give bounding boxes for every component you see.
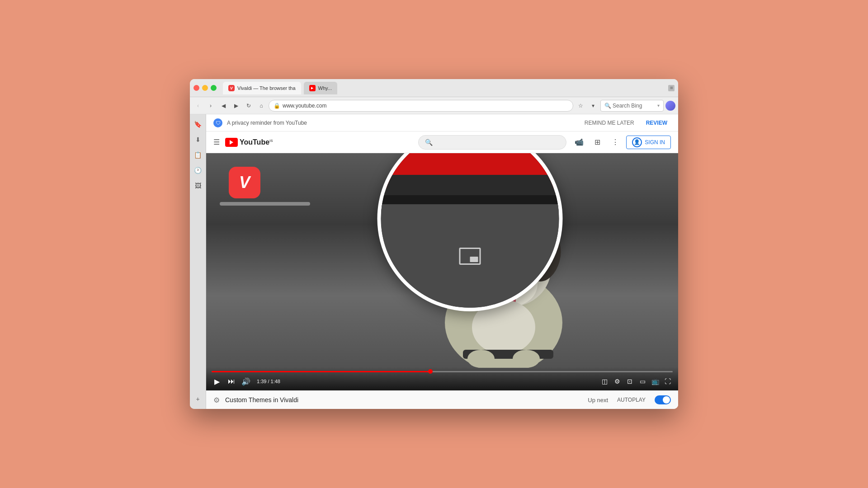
sign-in-button[interactable]: 👤 SIGN IN xyxy=(626,136,671,149)
video-controls: ▶ ⏭ 🔊 1:39 / 1:48 ◫ xyxy=(206,367,678,390)
miniplayer-button[interactable]: ⊡ xyxy=(625,376,635,386)
browser-window: V Vivaldi — The browser tha ▶ Why... ⊞ ‹… xyxy=(190,79,678,409)
svg-point-13 xyxy=(513,350,540,368)
yt-apps-icon[interactable]: ⊞ xyxy=(590,135,604,150)
bookmark-button[interactable]: ☆ xyxy=(575,100,586,111)
download-icon: ⬇ xyxy=(195,136,201,143)
window-icon: ⊞ xyxy=(670,86,673,90)
more-dots-icon: ⋮ xyxy=(612,138,619,146)
title-bar: V Vivaldi — The browser tha ▶ Why... ⊞ xyxy=(190,79,678,97)
play-button[interactable]: ▶ xyxy=(212,376,222,387)
tab-why[interactable]: ▶ Why... xyxy=(304,82,337,94)
progress-bar[interactable] xyxy=(212,371,673,372)
maximize-button[interactable] xyxy=(211,85,217,91)
remind-later-button[interactable]: REMIND ME LATER xyxy=(581,118,638,128)
cast-icon: 📺 xyxy=(651,378,659,385)
sidebar-notes[interactable]: 🕐 xyxy=(192,164,204,177)
address-bar[interactable]: 🔒 www.youtube.com xyxy=(269,100,573,112)
svg-point-12 xyxy=(467,350,495,368)
yt-search-bar[interactable]: 🔍 xyxy=(418,135,566,150)
user-avatar[interactable] xyxy=(665,101,675,111)
sidebar-add[interactable]: + xyxy=(192,393,204,405)
toggle-dot xyxy=(663,396,670,404)
close-button[interactable] xyxy=(193,85,199,91)
sidebar: 🔖 ⬇ 📋 🕐 🖼 + xyxy=(190,114,206,409)
pip-inner xyxy=(470,257,478,262)
fullscreen-button[interactable]: ⛶ xyxy=(663,376,673,386)
sign-in-label: SIGN IN xyxy=(645,139,665,145)
forward-button[interactable]: › xyxy=(205,100,216,111)
yt-logo-text: YouTubeIS xyxy=(240,138,273,146)
banner-text: A privacy reminder from YouTube xyxy=(227,120,576,126)
progress-fill xyxy=(212,371,428,372)
settings-button[interactable]: ⚙ xyxy=(612,376,622,386)
main-content: 🛡 A privacy reminder from YouTube REMIND… xyxy=(206,114,678,409)
review-button[interactable]: REVIEW xyxy=(642,118,671,128)
add-icon: + xyxy=(196,395,199,403)
prev-tab-button[interactable]: ◀ xyxy=(218,100,229,111)
autoplay-label: AUTOPLAY xyxy=(617,397,646,403)
sidebar-capture[interactable]: 🖼 xyxy=(192,179,204,192)
yt-header-actions: 📹 ⊞ ⋮ 👤 SIGN IN xyxy=(572,135,671,150)
below-video-bar: ⚙ Custom Themes in Vivaldi Up next AUTOP… xyxy=(206,390,678,409)
magnifier xyxy=(377,153,563,311)
next-button[interactable]: ⏭ xyxy=(226,376,237,387)
up-next-area: Up next AUTOPLAY xyxy=(588,395,671,404)
search-bar[interactable]: 🔍 Search Bing ▾ xyxy=(600,100,664,112)
tab-vivaldi-label: Vivaldi — The browser tha xyxy=(237,85,296,91)
skip-next-icon: ⏭ xyxy=(228,377,235,385)
miniplayer-icon: ⊡ xyxy=(627,378,632,385)
reload-button[interactable]: ↻ xyxy=(243,100,254,111)
home-button[interactable]: ⌂ xyxy=(256,100,267,111)
back-button[interactable]: ‹ xyxy=(193,100,203,111)
autoplay-toggle[interactable] xyxy=(655,395,671,404)
lock-icon: 🔒 xyxy=(274,103,280,109)
youtube-logo[interactable]: YouTubeIS xyxy=(225,138,273,147)
pip-icon xyxy=(459,248,481,265)
theatre-mode-button[interactable]: ▭ xyxy=(637,376,647,386)
hamburger-menu[interactable]: ☰ xyxy=(213,138,220,146)
vivaldi-logo-prop: V xyxy=(229,167,260,198)
sidebar-history[interactable]: 📋 xyxy=(192,149,204,161)
cast-button[interactable]: 📺 xyxy=(650,376,660,386)
next-tab-button[interactable]: ▶ xyxy=(231,100,241,111)
controls-row: ▶ ⏭ 🔊 1:39 / 1:48 ◫ xyxy=(212,376,673,387)
sign-in-account-icon: 👤 xyxy=(632,137,642,147)
bookmark-dropdown[interactable]: ▾ xyxy=(588,100,599,111)
magnifier-content xyxy=(381,153,559,308)
bookmark-icon: 🔖 xyxy=(194,121,202,128)
shelf-prop xyxy=(220,202,310,206)
video-player[interactable]: V xyxy=(206,153,678,390)
sidebar-downloads[interactable]: ⬇ xyxy=(192,133,204,146)
up-next-label: Up next xyxy=(588,397,608,404)
video-settings-icon[interactable]: ⚙ xyxy=(213,396,220,404)
sidebar-bookmarks[interactable]: 🔖 xyxy=(192,118,204,131)
tab-vivaldi[interactable]: V Vivaldi — The browser tha xyxy=(223,82,301,94)
history-icon: 📋 xyxy=(194,151,202,159)
tab-why-label: Why... xyxy=(318,85,332,91)
window-action-button[interactable]: ⊞ xyxy=(668,85,675,91)
capture-icon: 🖼 xyxy=(195,182,201,189)
volume-button[interactable]: 🔊 xyxy=(241,376,251,387)
play-icon: ▶ xyxy=(214,377,220,386)
youtube-header: ☰ YouTubeIS 🔍 📹 xyxy=(206,131,678,153)
search-icon: 🔍 xyxy=(604,103,611,109)
right-controls: ◫ ⚙ ⊡ ▭ 📺 xyxy=(599,376,673,386)
yt-search-icon: 🔍 xyxy=(425,139,433,146)
browser-body: 🔖 ⬇ 📋 🕐 🖼 + 🛡 xyxy=(190,114,678,409)
privacy-banner: 🛡 A privacy reminder from YouTube REMIND… xyxy=(206,114,678,131)
video-camera-icon: 📹 xyxy=(575,138,584,146)
yt-logo-icon xyxy=(225,138,238,147)
subtitles-button[interactable]: ◫ xyxy=(599,376,609,386)
toolbar: ‹ › ◀ ▶ ↻ ⌂ 🔒 www.youtube.com ☆ ▾ 🔍 Sear… xyxy=(190,97,678,114)
minimize-button[interactable] xyxy=(202,85,208,91)
subtitles-icon: ◫ xyxy=(602,378,608,385)
traffic-lights xyxy=(193,85,217,91)
progress-dot xyxy=(428,369,433,374)
yt-video-icon[interactable]: 📹 xyxy=(572,135,586,150)
shield-icon: 🛡 xyxy=(213,118,222,127)
search-engine-indicator: ▾ xyxy=(657,103,660,108)
apps-grid-icon: ⊞ xyxy=(594,138,600,146)
yt-more-icon[interactable]: ⋮ xyxy=(608,135,623,150)
time-display: 1:39 / 1:48 xyxy=(257,379,280,384)
